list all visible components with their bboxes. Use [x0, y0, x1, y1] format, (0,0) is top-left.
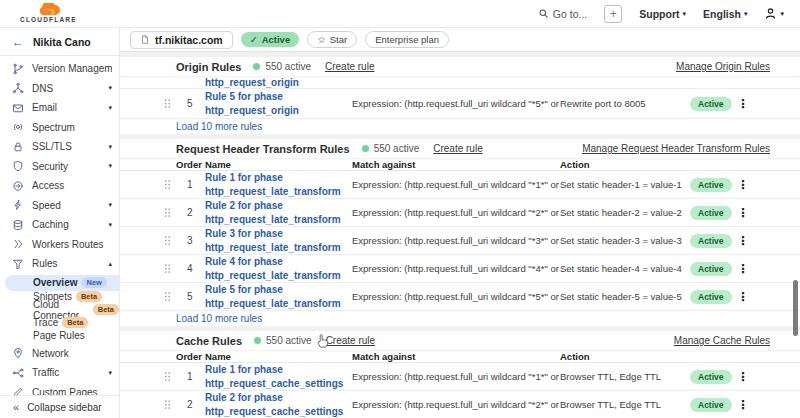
rule-name-link[interactable]: Rule 2 for phase http_request_late_trans…: [205, 199, 352, 226]
rule-name-link[interactable]: Rule 5 for phase http_request_late_trans…: [205, 283, 352, 310]
domain-selector[interactable]: tf.nikitac.com: [130, 31, 233, 49]
load-more-rules-link[interactable]: Load 10 more rules: [120, 119, 800, 134]
rule-name-link[interactable]: Rule 5 for phase http_request_origin: [205, 90, 352, 117]
active-count: 550 active: [265, 61, 311, 72]
sidebar-item-caching[interactable]: Caching ▾: [0, 215, 119, 235]
kebab-menu-icon[interactable]: ⋮: [734, 290, 752, 304]
create-rule-link[interactable]: Create rule: [433, 143, 482, 154]
lock-icon: [12, 141, 24, 153]
drag-handle-icon[interactable]: [164, 371, 180, 382]
sidebar-item-speed[interactable]: Speed ▾: [0, 196, 119, 216]
sidebar-item-security[interactable]: Security ▾: [0, 157, 119, 177]
vertical-scrollbar-thumb[interactable]: [793, 280, 798, 336]
rule-name-link[interactable]: Rule 1 for phase http_request_cache_sett…: [205, 363, 352, 390]
rule-name-link[interactable]: http_request_origin: [205, 76, 352, 89]
rule-name-line: http_request_origin: [205, 104, 352, 118]
kebab-menu-icon[interactable]: ⋮: [734, 206, 752, 220]
lightning-icon: [12, 199, 24, 211]
chevron-down-icon: ▾: [780, 10, 784, 18]
search-icon: [538, 8, 549, 19]
cache-rules-section: Cache Rules 550 active Create rule Manag…: [120, 331, 800, 418]
goto-label: Go to...: [553, 8, 587, 20]
zone-status-badge: ✓ Active: [241, 32, 299, 47]
goto-search[interactable]: Go to...: [538, 8, 587, 20]
sidebar-item-dns[interactable]: DNS ▾: [0, 79, 119, 99]
manage-transform-rules-link[interactable]: Manage Request Header Transform Rules: [582, 143, 770, 154]
drag-handle-icon[interactable]: [164, 179, 180, 190]
sidebar-item-rules[interactable]: Rules ▴: [0, 254, 119, 274]
user-icon: [764, 7, 777, 20]
kebab-menu-icon[interactable]: ⋮: [734, 178, 752, 192]
rule-order: 4: [180, 263, 205, 274]
shield-icon: [12, 160, 24, 172]
load-more-rules-link[interactable]: Load 10 more rules: [120, 311, 800, 326]
logo-wordmark: CLOUDFLARE: [20, 17, 77, 24]
drag-handle-icon[interactable]: [164, 263, 180, 274]
table-header: Order Name Match against Action: [120, 350, 800, 363]
manage-origin-rules-link[interactable]: Manage Origin Rules: [676, 61, 770, 72]
chevron-down-icon: ▾: [108, 162, 112, 170]
kebab-menu-icon[interactable]: ⋮: [734, 398, 752, 412]
drag-handle-icon[interactable]: [164, 291, 180, 302]
sidebar-item-label: Network: [32, 348, 112, 359]
sidebar-item-workers-routes[interactable]: Workers Routes: [0, 235, 119, 255]
language-menu[interactable]: English ▾: [703, 8, 747, 20]
rule-order: 2: [180, 399, 205, 410]
create-rule-link[interactable]: Create rule: [326, 335, 375, 346]
sidebar-item-custom-pages[interactable]: Custom Pages: [0, 383, 119, 395]
cloudflare-logo[interactable]: CLOUDFLARE: [20, 3, 77, 24]
star-label: Star: [330, 34, 347, 45]
cache-rules-header: Cache Rules 550 active Create rule Manag…: [120, 331, 800, 350]
status-badge: Active: [690, 398, 732, 412]
star-button[interactable]: ☆ Star: [307, 31, 357, 48]
sidebar-item-email[interactable]: Email ▾: [0, 98, 119, 118]
rule-name-link[interactable]: Rule 4 for phase http_request_late_trans…: [205, 255, 352, 282]
drag-handle-icon[interactable]: [164, 399, 180, 410]
sidebar-item-label: Security: [32, 161, 100, 172]
sidebar-item-spectrum[interactable]: Spectrum: [0, 118, 119, 138]
status-badge: Active: [690, 206, 732, 220]
support-menu[interactable]: Support ▾: [639, 8, 686, 20]
kebab-menu-icon[interactable]: ⋮: [734, 234, 752, 248]
sidebar-item-page-rules[interactable]: Page Rules: [0, 329, 119, 342]
account-menu[interactable]: ▾: [764, 7, 784, 20]
add-site-button[interactable]: +: [604, 5, 622, 23]
sidebar-item-traffic[interactable]: Traffic ▾: [0, 363, 119, 383]
sidebar-item-cloud-connector[interactable]: Cloud Connector Beta: [0, 303, 119, 316]
pin-icon: [12, 347, 24, 359]
back-arrow-icon[interactable]: ←: [12, 35, 24, 49]
manage-cache-rules-link[interactable]: Manage Cache Rules: [674, 335, 770, 346]
sidebar: ← Nikita Cano Version Management DNS ▾ E…: [0, 28, 120, 418]
chevron-down-icon: ▾: [108, 201, 112, 209]
rule-name-link[interactable]: Rule 3 for phase http_request_late_trans…: [205, 227, 352, 254]
rule-name-link[interactable]: Rule 2 for phase http_request_cache_sett…: [205, 391, 352, 418]
sidebar-item-access[interactable]: Access: [0, 176, 119, 196]
create-rule-link[interactable]: Create rule: [325, 61, 374, 72]
chevron-down-icon: ▾: [744, 10, 748, 18]
new-badge: New: [81, 277, 106, 288]
table-header: Order Name Match against Action: [120, 158, 800, 171]
kebab-menu-icon[interactable]: ⋮: [734, 97, 752, 111]
sidebar-item-version-management[interactable]: Version Management: [0, 59, 119, 79]
drag-handle-icon[interactable]: [164, 98, 180, 109]
rules-overview-content: Origin Rules 550 active Create rule Mana…: [120, 52, 800, 418]
rule-match: Expression: (http.request.full_uri wildc…: [352, 235, 560, 246]
rule-name-link[interactable]: Rule 1 for phase http_request_late_trans…: [205, 171, 352, 198]
chevron-down-icon: ▾: [108, 84, 112, 92]
sidebar-item-overview[interactable]: Overview New: [5, 275, 119, 291]
kebab-menu-icon[interactable]: ⋮: [734, 262, 752, 276]
rule-action: Set static header-2 = value-2: [560, 207, 690, 218]
sidebar-item-ssl-tls[interactable]: SSL/TLS ▾: [0, 137, 119, 157]
sidebar-item-network[interactable]: Network: [0, 344, 119, 364]
rule-name-line: Rule 2 for phase: [205, 391, 352, 405]
table-row: 3 Rule 3 for phase http_request_late_tra…: [120, 227, 800, 255]
drag-handle-icon[interactable]: [164, 235, 180, 246]
drag-handle-icon[interactable]: [164, 207, 180, 218]
kebab-menu-icon[interactable]: ⋮: [734, 370, 752, 384]
table-row: 5 Rule 5 for phase http_request_late_tra…: [120, 283, 800, 311]
collapse-sidebar-button[interactable]: « Collapse sidebar: [0, 395, 119, 418]
collapse-icon: «: [13, 401, 19, 413]
rule-name-line: Rule 4 for phase: [205, 255, 352, 269]
email-icon: [12, 102, 24, 114]
chevron-up-icon: ▴: [108, 260, 112, 268]
